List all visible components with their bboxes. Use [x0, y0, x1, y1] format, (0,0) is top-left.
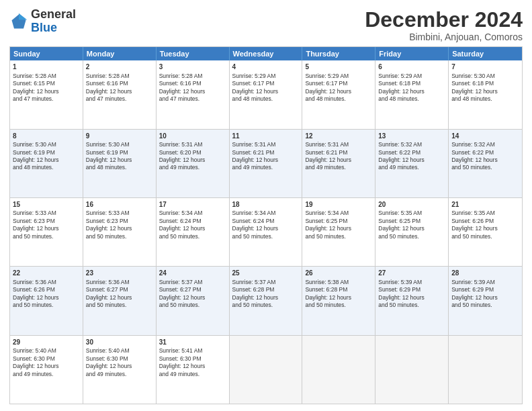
day-number: 1 [13, 62, 80, 72]
day-info-line: Sunrise: 5:31 AM [305, 141, 372, 148]
day-cell: 18Sunrise: 5:34 AMSunset: 6:24 PMDayligh… [230, 198, 303, 266]
day-info-line: and 50 minutes. [378, 233, 445, 240]
day-info-line: Daylight: 12 hours [232, 156, 300, 164]
day-info-line: Sunset: 6:19 PM [13, 149, 80, 156]
day-cell: 22Sunrise: 5:36 AMSunset: 6:26 PMDayligh… [10, 267, 83, 334]
day-cell: 23Sunrise: 5:36 AMSunset: 6:27 PMDayligh… [83, 267, 157, 334]
day-number: 6 [378, 62, 445, 72]
day-info-line: Sunrise: 5:30 AM [451, 73, 519, 80]
day-info-line: Daylight: 12 hours [86, 363, 153, 370]
day-cell [449, 336, 522, 404]
day-info-line: Daylight: 12 hours [305, 294, 372, 302]
logo-blue: Blue [31, 21, 76, 35]
day-info-line: Daylight: 12 hours [451, 294, 519, 302]
day-cell: 13Sunrise: 5:32 AMSunset: 6:22 PMDayligh… [375, 130, 449, 197]
day-info-line: Daylight: 12 hours [305, 156, 372, 164]
day-info-line: Daylight: 12 hours [86, 294, 153, 302]
day-number: 16 [86, 200, 153, 210]
logo-icon [9, 12, 28, 31]
subtitle: Bimbini, Anjouan, Comoros [365, 32, 523, 42]
day-info-line: Daylight: 12 hours [232, 225, 300, 232]
day-info-line: Sunrise: 5:31 AM [159, 141, 226, 148]
day-info-line: and 49 minutes. [159, 371, 226, 378]
day-info-line: Daylight: 12 hours [86, 225, 153, 232]
day-number: 17 [159, 200, 226, 210]
day-number: 30 [86, 338, 153, 347]
day-info-line: Sunrise: 5:40 AM [13, 347, 80, 355]
day-info-line: Sunset: 6:21 PM [232, 149, 300, 156]
day-info-line: Sunrise: 5:37 AM [159, 279, 226, 286]
day-cell: 8Sunrise: 5:30 AMSunset: 6:19 PMDaylight… [10, 130, 83, 197]
day-cell: 21Sunrise: 5:35 AMSunset: 6:26 PMDayligh… [449, 198, 522, 266]
day-info-line: Daylight: 12 hours [13, 363, 80, 370]
week-row-4: 22Sunrise: 5:36 AMSunset: 6:26 PMDayligh… [10, 266, 522, 334]
day-info-line: Sunrise: 5:38 AM [305, 279, 372, 286]
day-info-line: and 50 minutes. [305, 302, 372, 309]
day-info-line: Daylight: 12 hours [451, 88, 519, 95]
day-info-line: Sunset: 6:23 PM [13, 218, 80, 225]
day-info-line: Sunrise: 5:34 AM [232, 210, 300, 217]
day-info-line: Sunset: 6:27 PM [86, 286, 153, 293]
day-info-line: Sunrise: 5:31 AM [232, 141, 300, 148]
day-info-line: and 48 minutes. [378, 95, 445, 103]
day-info-line: Sunset: 6:15 PM [13, 80, 80, 87]
day-cell [230, 336, 303, 404]
day-cell: 26Sunrise: 5:38 AMSunset: 6:28 PMDayligh… [302, 267, 375, 334]
day-number: 15 [13, 200, 80, 210]
day-cell: 2Sunrise: 5:28 AMSunset: 6:16 PMDaylight… [83, 60, 157, 128]
day-info-line: Sunset: 6:25 PM [378, 218, 445, 225]
day-info-line: Sunrise: 5:34 AM [159, 210, 226, 217]
day-number: 3 [159, 62, 226, 72]
week-row-3: 15Sunrise: 5:33 AMSunset: 6:23 PMDayligh… [10, 197, 522, 266]
day-cell: 25Sunrise: 5:37 AMSunset: 6:28 PMDayligh… [230, 267, 303, 334]
day-info-line: and 50 minutes. [451, 233, 519, 240]
day-info-line: Sunrise: 5:30 AM [13, 141, 80, 148]
day-number: 25 [232, 269, 300, 278]
day-number: 22 [13, 269, 80, 278]
day-number: 14 [451, 132, 519, 141]
day-info-line: and 49 minutes. [305, 164, 372, 171]
day-info-line: Sunrise: 5:33 AM [13, 210, 80, 217]
main-container: General Blue December 2024 Bimbini, Anjo… [0, 0, 532, 411]
day-info-line: Daylight: 12 hours [451, 156, 519, 164]
day-info-line: Sunset: 6:22 PM [378, 149, 445, 156]
day-info-line: and 49 minutes. [86, 371, 153, 378]
day-info-line: and 47 minutes. [159, 95, 226, 103]
day-cell: 19Sunrise: 5:34 AMSunset: 6:25 PMDayligh… [302, 198, 375, 266]
day-info-line: Daylight: 12 hours [305, 225, 372, 232]
title-block: December 2024 Bimbini, Anjouan, Comoros [365, 8, 523, 42]
day-info-line: Sunrise: 5:32 AM [378, 141, 445, 148]
day-info-line: and 50 minutes. [159, 233, 226, 240]
day-number: 11 [232, 132, 300, 141]
day-info-line: and 50 minutes. [232, 302, 300, 309]
day-info-line: and 49 minutes. [13, 371, 80, 378]
day-number: 2 [86, 62, 153, 72]
day-info-line: Daylight: 12 hours [305, 88, 372, 95]
day-cell: 6Sunrise: 5:29 AMSunset: 6:18 PMDaylight… [375, 60, 449, 128]
day-info-line: Sunset: 6:23 PM [86, 218, 153, 225]
day-info-line: Sunset: 6:16 PM [159, 80, 226, 87]
day-cell: 30Sunrise: 5:40 AMSunset: 6:30 PMDayligh… [83, 336, 157, 404]
day-info-line: and 48 minutes. [305, 95, 372, 103]
header: General Blue December 2024 Bimbini, Anjo… [9, 8, 523, 42]
day-info-line: Sunset: 6:30 PM [13, 355, 80, 363]
day-cell: 7Sunrise: 5:30 AMSunset: 6:18 PMDaylight… [449, 60, 522, 128]
day-info-line: Daylight: 12 hours [13, 88, 80, 95]
day-number: 21 [451, 200, 519, 210]
day-info-line: Daylight: 12 hours [159, 88, 226, 95]
day-info-line: Sunset: 6:17 PM [232, 80, 300, 87]
day-info-line: and 50 minutes. [451, 302, 519, 309]
day-info-line: Sunrise: 5:29 AM [232, 73, 300, 80]
day-info-line: Daylight: 12 hours [378, 294, 445, 302]
day-header-wednesday: Wednesday [230, 47, 303, 60]
day-info-line: Sunset: 6:28 PM [232, 286, 300, 293]
day-info-line: Daylight: 12 hours [159, 363, 226, 370]
day-info-line: Sunrise: 5:39 AM [451, 279, 519, 286]
day-info-line: Daylight: 12 hours [13, 225, 80, 232]
calendar: SundayMondayTuesdayWednesdayThursdayFrid… [9, 46, 523, 404]
day-info-line: and 49 minutes. [378, 164, 445, 171]
day-info-line: Sunset: 6:27 PM [159, 286, 226, 293]
day-number: 12 [305, 132, 372, 141]
day-info-line: Daylight: 12 hours [378, 225, 445, 232]
day-info-line: Sunrise: 5:34 AM [305, 210, 372, 217]
